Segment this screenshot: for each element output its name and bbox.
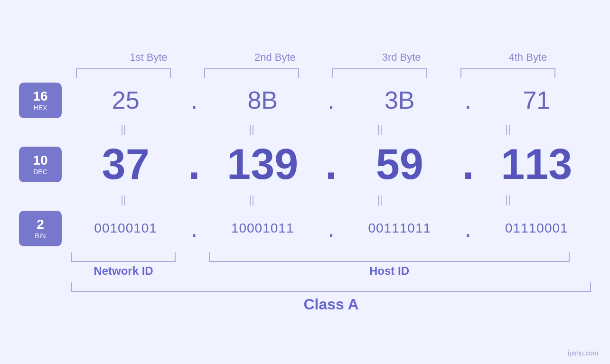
byte-headers: 1st Byte 2nd Byte 3rd Byte 4th Byte xyxy=(19,51,591,64)
hex-row: 16 HEX 25 . 8B . 3B . 71 xyxy=(19,83,591,118)
dot-dec-3: . xyxy=(461,140,475,189)
hex-byte2: 8B xyxy=(215,86,310,114)
bin-byte4: 01110001 xyxy=(489,221,584,236)
network-id-section: Network ID xyxy=(71,252,176,278)
byte1-header: 1st Byte xyxy=(101,51,196,64)
bin-badge: 2 BIN xyxy=(19,211,62,246)
class-label: Class A xyxy=(303,296,358,313)
eq2-4: || xyxy=(460,194,555,206)
bin-row: 2 BIN 00100101 . 10001011 . 00111011 . 0… xyxy=(19,211,591,246)
bin-byte1: 00100101 xyxy=(78,221,173,236)
host-id-bracket xyxy=(209,252,570,262)
dot-hex-2: . xyxy=(324,86,338,114)
bin-byte2: 10001011 xyxy=(215,221,310,236)
network-id-bracket xyxy=(71,252,176,262)
top-bracket-4 xyxy=(460,68,555,78)
dot-dec-2: . xyxy=(324,140,338,189)
eq2-1: || xyxy=(76,194,171,206)
hex-byte1: 25 xyxy=(78,86,173,114)
bin-number: 2 xyxy=(37,217,44,232)
dec-label: DEC xyxy=(33,168,47,176)
host-id-section: Host ID xyxy=(209,252,570,278)
watermark: ipshu.com xyxy=(568,349,598,357)
bin-label: BIN xyxy=(35,232,46,240)
hex-byte3: 3B xyxy=(352,86,447,114)
dec-row: 10 DEC 37 . 139 . 59 . 113 xyxy=(19,140,591,189)
network-id-label: Network ID xyxy=(94,264,153,278)
dec-byte4: 113 xyxy=(489,140,584,189)
dot-dec-1: . xyxy=(187,140,201,189)
eq2-2: || xyxy=(204,194,299,206)
byte3-header: 3rd Byte xyxy=(354,51,449,64)
hex-badge: 16 HEX xyxy=(19,83,62,118)
hex-values: 25 . 8B . 3B . 71 xyxy=(71,86,591,114)
eq2-3: || xyxy=(332,194,427,206)
eq1-3: || xyxy=(332,123,427,135)
hex-byte4: 71 xyxy=(489,86,584,114)
hex-label: HEX xyxy=(34,104,47,112)
eq1-2: || xyxy=(204,123,299,135)
class-section: Class A xyxy=(19,282,591,313)
top-brackets xyxy=(19,68,591,78)
bin-values: 00100101 . 10001011 . 00111011 . 0111000… xyxy=(71,214,591,243)
top-bracket-2 xyxy=(204,68,299,78)
dot-bin-3: . xyxy=(461,214,475,243)
dot-hex-3: . xyxy=(461,86,475,114)
top-bracket-1 xyxy=(76,68,171,78)
equals-row-1: || || || || xyxy=(19,123,591,135)
dec-byte2: 139 xyxy=(215,140,310,189)
eq1-1: || xyxy=(76,123,171,135)
dec-badge: 10 DEC xyxy=(19,147,62,182)
eq1-4: || xyxy=(460,123,555,135)
hex-number: 16 xyxy=(33,89,47,104)
dot-hex-1: . xyxy=(187,86,201,114)
main-container: 1st Byte 2nd Byte 3rd Byte 4th Byte 16 H… xyxy=(0,0,610,364)
equals-row-2: || || || || xyxy=(19,194,591,206)
dec-values: 37 . 139 . 59 . 113 xyxy=(71,140,591,189)
id-brackets-row: Network ID Host ID xyxy=(19,252,591,278)
dec-number: 10 xyxy=(33,153,47,168)
byte4-header: 4th Byte xyxy=(480,51,575,64)
host-id-label: Host ID xyxy=(369,264,409,278)
byte2-header: 2nd Byte xyxy=(227,51,322,64)
dec-byte1: 37 xyxy=(78,140,173,189)
class-bracket xyxy=(71,282,591,292)
dec-byte3: 59 xyxy=(352,140,447,189)
top-bracket-3 xyxy=(332,68,427,78)
dot-bin-2: . xyxy=(324,214,338,243)
dot-bin-1: . xyxy=(187,214,201,243)
bin-byte3: 00111011 xyxy=(352,221,447,236)
